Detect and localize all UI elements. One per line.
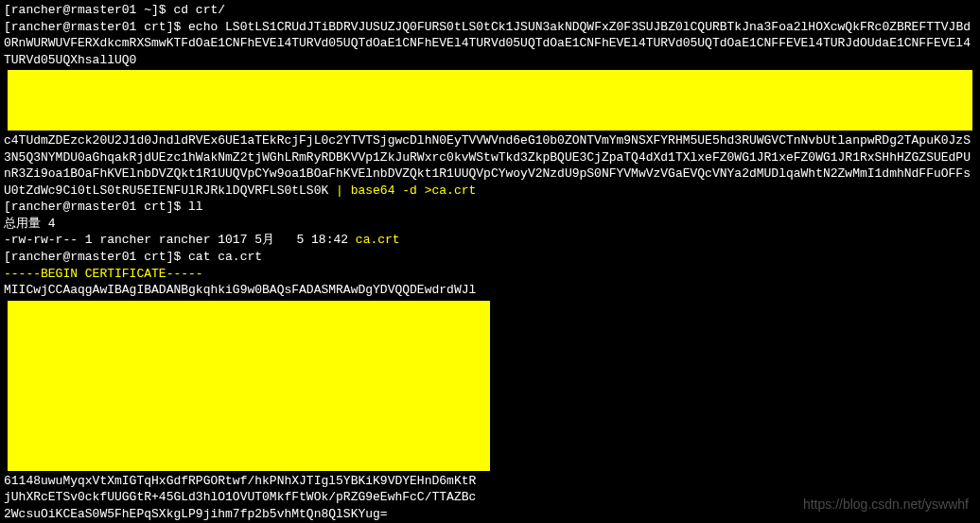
- cmd-echo: echo: [188, 20, 225, 34]
- cert-line-1: MIICwjCCAaqgAwIBAgIBADANBgkqhkiG9w0BAQsF…: [4, 282, 976, 299]
- prompt: [rancher@rmaster01 crt]$: [4, 200, 188, 214]
- prompt: [rancher@rmaster01 crt]$: [4, 20, 188, 34]
- watermark: https://blog.csdn.net/yswwhf: [803, 496, 969, 514]
- terminal-line-7: [rancher@rmaster01 crt]$ cat ca.crt: [4, 249, 976, 266]
- pipe-base64: | base64 -d >ca.crt: [328, 183, 476, 198]
- terminal-line-5: 总用量 4: [4, 216, 976, 233]
- terminal-line-1: [rancher@rmaster01 ~]$ cd crt/: [4, 2, 976, 19]
- ls-filename: ca.crt: [356, 233, 400, 247]
- prompt: [rancher@rmaster01 crt]$: [4, 250, 188, 264]
- redacted-block-2: [8, 301, 490, 471]
- total-line: 总用量 4: [4, 217, 56, 231]
- cmd-cd: cd crt/: [173, 3, 225, 17]
- terminal-line-3: c4TUdmZDEzck20U2J1d0JndldRVEx6UE1aTEkRcj…: [4, 132, 976, 199]
- ls-perm: -rw-rw-r-- 1 rancher rancher 1017 5月 5 1…: [4, 233, 356, 247]
- cmd-cat: cat ca.crt: [188, 250, 262, 264]
- terminal-line-4: [rancher@rmaster01 crt]$ ll: [4, 199, 976, 216]
- cert-line-2: 61148uwuMyqxVtXmIGTqHxGdfRPGORtwf/hkPNhX…: [4, 473, 976, 490]
- redacted-block-1: [8, 70, 972, 131]
- cert-begin: -----BEGIN CERTIFICATE-----: [4, 266, 976, 283]
- terminal-line-2: [rancher@rmaster01 crt]$ echo LS0tLS1CRU…: [4, 19, 976, 69]
- echo-payload-line2: c4TUdmZDEzck20U2J1d0JndldRVEx6UE1aTEkRcj…: [4, 133, 971, 198]
- prompt: [rancher@rmaster01 ~]$: [4, 3, 173, 17]
- terminal-line-6: -rw-rw-r-- 1 rancher rancher 1017 5月 5 1…: [4, 232, 976, 249]
- cmd-ll: ll: [188, 200, 203, 214]
